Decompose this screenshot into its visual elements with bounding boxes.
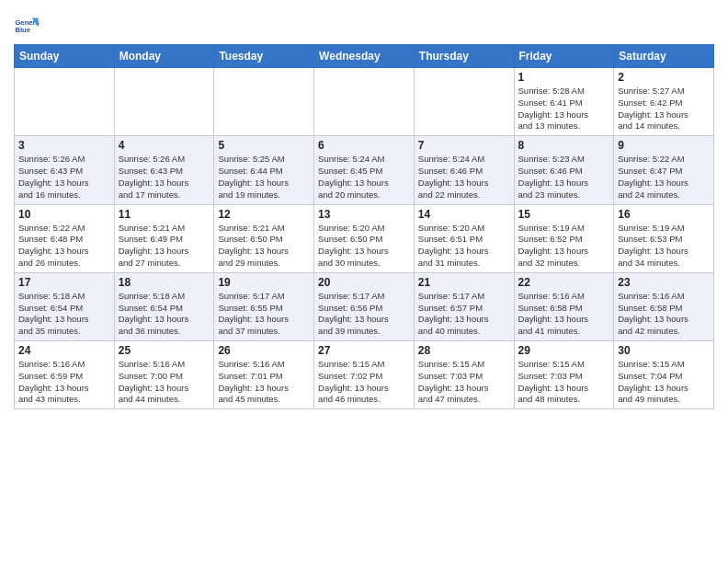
day-info: Sunrise: 5:16 AM Sunset: 7:00 PM Dayligh… xyxy=(119,359,210,406)
day-info: Sunrise: 5:25 AM Sunset: 6:44 PM Dayligh… xyxy=(218,154,310,201)
calendar-cell: 8Sunrise: 5:23 AM Sunset: 6:46 PM Daylig… xyxy=(514,136,614,204)
calendar-day-header: Wednesday xyxy=(314,45,415,68)
day-number: 3 xyxy=(18,139,110,152)
calendar-cell xyxy=(314,68,415,136)
calendar-day-header: Monday xyxy=(114,45,214,68)
calendar-week-row: 17Sunrise: 5:18 AM Sunset: 6:54 PM Dayli… xyxy=(15,272,714,340)
day-info: Sunrise: 5:22 AM Sunset: 6:48 PM Dayligh… xyxy=(18,223,110,270)
day-info: Sunrise: 5:17 AM Sunset: 6:57 PM Dayligh… xyxy=(418,291,510,338)
day-info: Sunrise: 5:27 AM Sunset: 6:42 PM Dayligh… xyxy=(618,86,710,132)
day-number: 4 xyxy=(119,139,210,152)
calendar-cell: 7Sunrise: 5:24 AM Sunset: 6:46 PM Daylig… xyxy=(414,136,514,204)
day-number: 8 xyxy=(518,139,610,152)
day-info: Sunrise: 5:16 AM Sunset: 6:58 PM Dayligh… xyxy=(518,291,610,338)
day-number: 6 xyxy=(318,139,410,152)
day-number: 1 xyxy=(518,71,610,84)
day-info: Sunrise: 5:24 AM Sunset: 6:46 PM Dayligh… xyxy=(418,154,510,201)
calendar-week-row: 3Sunrise: 5:26 AM Sunset: 6:43 PM Daylig… xyxy=(15,136,714,204)
day-number: 26 xyxy=(218,344,310,357)
calendar-cell xyxy=(15,68,115,136)
calendar-cell: 16Sunrise: 5:19 AM Sunset: 6:53 PM Dayli… xyxy=(614,204,714,272)
page-header: General Blue xyxy=(14,9,714,39)
day-number: 24 xyxy=(18,344,110,357)
calendar-cell: 17Sunrise: 5:18 AM Sunset: 6:54 PM Dayli… xyxy=(15,272,115,340)
day-info: Sunrise: 5:17 AM Sunset: 6:56 PM Dayligh… xyxy=(318,291,410,338)
calendar-cell: 24Sunrise: 5:16 AM Sunset: 6:59 PM Dayli… xyxy=(15,341,115,409)
day-number: 13 xyxy=(318,208,410,221)
calendar-table: SundayMondayTuesdayWednesdayThursdayFrid… xyxy=(14,44,714,409)
day-number: 12 xyxy=(218,208,310,221)
day-info: Sunrise: 5:21 AM Sunset: 6:49 PM Dayligh… xyxy=(119,223,210,270)
calendar-day-header: Sunday xyxy=(15,45,115,68)
day-number: 16 xyxy=(618,208,710,221)
calendar-cell: 12Sunrise: 5:21 AM Sunset: 6:50 PM Dayli… xyxy=(214,204,314,272)
day-info: Sunrise: 5:26 AM Sunset: 6:43 PM Dayligh… xyxy=(119,154,210,201)
logo: General Blue xyxy=(14,13,43,39)
day-info: Sunrise: 5:16 AM Sunset: 6:59 PM Dayligh… xyxy=(18,359,110,406)
calendar-cell: 3Sunrise: 5:26 AM Sunset: 6:43 PM Daylig… xyxy=(15,136,115,204)
calendar-cell: 4Sunrise: 5:26 AM Sunset: 6:43 PM Daylig… xyxy=(114,136,214,204)
day-info: Sunrise: 5:20 AM Sunset: 6:51 PM Dayligh… xyxy=(418,223,510,270)
calendar-week-row: 10Sunrise: 5:22 AM Sunset: 6:48 PM Dayli… xyxy=(15,204,714,272)
day-number: 11 xyxy=(119,208,210,221)
calendar-cell: 18Sunrise: 5:18 AM Sunset: 6:54 PM Dayli… xyxy=(114,272,214,340)
day-info: Sunrise: 5:24 AM Sunset: 6:45 PM Dayligh… xyxy=(318,154,410,201)
calendar-cell: 9Sunrise: 5:22 AM Sunset: 6:47 PM Daylig… xyxy=(614,136,714,204)
day-number: 7 xyxy=(418,139,510,152)
svg-text:Blue: Blue xyxy=(15,26,30,34)
calendar-cell: 15Sunrise: 5:19 AM Sunset: 6:52 PM Dayli… xyxy=(514,204,614,272)
day-info: Sunrise: 5:15 AM Sunset: 7:03 PM Dayligh… xyxy=(518,359,610,406)
day-info: Sunrise: 5:16 AM Sunset: 7:01 PM Dayligh… xyxy=(218,359,310,406)
calendar-day-header: Tuesday xyxy=(214,45,314,68)
day-number: 18 xyxy=(119,276,210,289)
day-info: Sunrise: 5:20 AM Sunset: 6:50 PM Dayligh… xyxy=(318,223,410,270)
page: General Blue SundayMondayTuesdayWednesda… xyxy=(0,0,728,419)
logo-icon: General Blue xyxy=(14,13,40,39)
day-number: 27 xyxy=(318,344,410,357)
day-number: 17 xyxy=(18,276,110,289)
calendar-cell xyxy=(414,68,514,136)
calendar-cell: 11Sunrise: 5:21 AM Sunset: 6:49 PM Dayli… xyxy=(114,204,214,272)
calendar-cell: 20Sunrise: 5:17 AM Sunset: 6:56 PM Dayli… xyxy=(314,272,415,340)
calendar-cell: 25Sunrise: 5:16 AM Sunset: 7:00 PM Dayli… xyxy=(114,341,214,409)
calendar-cell: 14Sunrise: 5:20 AM Sunset: 6:51 PM Dayli… xyxy=(414,204,514,272)
day-number: 30 xyxy=(618,344,710,357)
day-number: 5 xyxy=(218,139,310,152)
day-number: 10 xyxy=(18,208,110,221)
day-number: 9 xyxy=(618,139,710,152)
day-info: Sunrise: 5:18 AM Sunset: 6:54 PM Dayligh… xyxy=(18,291,110,338)
calendar-day-header: Saturday xyxy=(614,45,714,68)
day-info: Sunrise: 5:26 AM Sunset: 6:43 PM Dayligh… xyxy=(18,154,110,201)
calendar-cell: 28Sunrise: 5:15 AM Sunset: 7:03 PM Dayli… xyxy=(414,341,514,409)
calendar-week-row: 1Sunrise: 5:28 AM Sunset: 6:41 PM Daylig… xyxy=(15,68,714,136)
day-number: 2 xyxy=(618,71,710,84)
day-info: Sunrise: 5:28 AM Sunset: 6:41 PM Dayligh… xyxy=(518,86,610,132)
day-info: Sunrise: 5:15 AM Sunset: 7:02 PM Dayligh… xyxy=(318,359,410,406)
calendar-cell: 27Sunrise: 5:15 AM Sunset: 7:02 PM Dayli… xyxy=(314,341,415,409)
calendar-day-header: Thursday xyxy=(414,45,514,68)
calendar-cell: 10Sunrise: 5:22 AM Sunset: 6:48 PM Dayli… xyxy=(15,204,115,272)
day-info: Sunrise: 5:23 AM Sunset: 6:46 PM Dayligh… xyxy=(518,154,610,201)
calendar-week-row: 24Sunrise: 5:16 AM Sunset: 6:59 PM Dayli… xyxy=(15,341,714,409)
day-number: 29 xyxy=(518,344,610,357)
day-number: 14 xyxy=(418,208,510,221)
calendar-cell: 2Sunrise: 5:27 AM Sunset: 6:42 PM Daylig… xyxy=(614,68,714,136)
day-number: 15 xyxy=(518,208,610,221)
calendar-cell: 13Sunrise: 5:20 AM Sunset: 6:50 PM Dayli… xyxy=(314,204,415,272)
calendar-cell xyxy=(114,68,214,136)
calendar-header-row: SundayMondayTuesdayWednesdayThursdayFrid… xyxy=(15,45,714,68)
day-number: 20 xyxy=(318,276,410,289)
day-info: Sunrise: 5:21 AM Sunset: 6:50 PM Dayligh… xyxy=(218,223,310,270)
calendar-cell: 19Sunrise: 5:17 AM Sunset: 6:55 PM Dayli… xyxy=(214,272,314,340)
day-number: 22 xyxy=(518,276,610,289)
day-info: Sunrise: 5:17 AM Sunset: 6:55 PM Dayligh… xyxy=(218,291,310,338)
day-info: Sunrise: 5:19 AM Sunset: 6:53 PM Dayligh… xyxy=(618,223,710,270)
day-number: 23 xyxy=(618,276,710,289)
calendar-day-header: Friday xyxy=(514,45,614,68)
day-number: 25 xyxy=(119,344,210,357)
day-info: Sunrise: 5:15 AM Sunset: 7:04 PM Dayligh… xyxy=(618,359,710,406)
day-number: 28 xyxy=(418,344,510,357)
calendar-cell: 23Sunrise: 5:16 AM Sunset: 6:58 PM Dayli… xyxy=(614,272,714,340)
calendar-cell: 26Sunrise: 5:16 AM Sunset: 7:01 PM Dayli… xyxy=(214,341,314,409)
day-info: Sunrise: 5:16 AM Sunset: 6:58 PM Dayligh… xyxy=(618,291,710,338)
